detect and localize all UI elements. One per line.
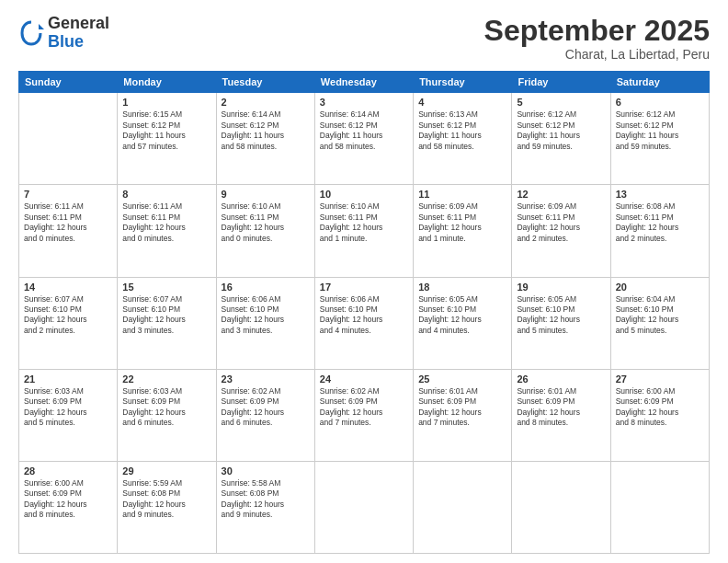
col-friday: Friday xyxy=(512,72,610,93)
day-number: 23 xyxy=(222,373,310,385)
day-info: Sunrise: 6:01 AM Sunset: 6:09 PM Dayligh… xyxy=(517,386,605,429)
day-number: 9 xyxy=(222,189,310,200)
day-number: 11 xyxy=(418,189,506,200)
calendar-week-row: 7Sunrise: 6:11 AM Sunset: 6:11 PM Daylig… xyxy=(19,185,710,277)
calendar-week-row: 21Sunrise: 6:03 AM Sunset: 6:09 PM Dayli… xyxy=(19,369,710,461)
day-info: Sunrise: 6:09 AM Sunset: 6:11 PM Dayligh… xyxy=(418,201,506,244)
table-row: 29Sunrise: 5:59 AM Sunset: 6:08 PM Dayli… xyxy=(118,461,216,553)
table-row: 17Sunrise: 6:06 AM Sunset: 6:10 PM Dayli… xyxy=(314,277,413,369)
day-number: 4 xyxy=(418,97,506,108)
day-info: Sunrise: 5:58 AM Sunset: 6:08 PM Dayligh… xyxy=(222,478,310,521)
day-number: 18 xyxy=(418,282,506,293)
day-info: Sunrise: 6:05 AM Sunset: 6:10 PM Dayligh… xyxy=(418,294,506,337)
table-row: 15Sunrise: 6:07 AM Sunset: 6:10 PM Dayli… xyxy=(118,277,216,369)
table-row: 25Sunrise: 6:01 AM Sunset: 6:09 PM Dayli… xyxy=(414,369,512,461)
table-row xyxy=(314,461,413,553)
day-info: Sunrise: 6:03 AM Sunset: 6:09 PM Dayligh… xyxy=(24,386,112,429)
table-row: 12Sunrise: 6:09 AM Sunset: 6:11 PM Dayli… xyxy=(512,185,610,277)
col-monday: Monday xyxy=(118,72,216,93)
logo-icon xyxy=(18,20,44,46)
logo-general-text: General xyxy=(48,15,109,33)
day-info: Sunrise: 6:01 AM Sunset: 6:09 PM Dayligh… xyxy=(418,386,506,429)
table-row: 24Sunrise: 6:02 AM Sunset: 6:09 PM Dayli… xyxy=(314,369,413,461)
svg-marker-0 xyxy=(39,24,44,29)
day-number: 21 xyxy=(24,373,112,385)
table-row: 9Sunrise: 6:10 AM Sunset: 6:11 PM Daylig… xyxy=(216,185,314,277)
day-info: Sunrise: 6:07 AM Sunset: 6:10 PM Dayligh… xyxy=(24,294,112,337)
table-row: 28Sunrise: 6:00 AM Sunset: 6:09 PM Dayli… xyxy=(19,461,118,553)
day-info: Sunrise: 6:14 AM Sunset: 6:12 PM Dayligh… xyxy=(222,109,310,152)
day-info: Sunrise: 6:10 AM Sunset: 6:11 PM Dayligh… xyxy=(320,201,408,244)
day-info: Sunrise: 6:04 AM Sunset: 6:10 PM Dayligh… xyxy=(616,294,704,337)
calendar-header-row: Sunday Monday Tuesday Wednesday Thursday… xyxy=(19,72,710,93)
table-row: 11Sunrise: 6:09 AM Sunset: 6:11 PM Dayli… xyxy=(414,185,512,277)
table-row: 2Sunrise: 6:14 AM Sunset: 6:12 PM Daylig… xyxy=(216,93,314,185)
day-number: 24 xyxy=(320,373,408,385)
table-row xyxy=(512,461,610,553)
day-info: Sunrise: 6:00 AM Sunset: 6:09 PM Dayligh… xyxy=(616,386,704,429)
table-row: 6Sunrise: 6:12 AM Sunset: 6:12 PM Daylig… xyxy=(610,93,709,185)
day-number: 3 xyxy=(320,97,408,108)
day-info: Sunrise: 6:08 AM Sunset: 6:11 PM Dayligh… xyxy=(616,201,704,244)
calendar-subtitle: Charat, La Libertad, Peru xyxy=(484,47,710,62)
table-row: 13Sunrise: 6:08 AM Sunset: 6:11 PM Dayli… xyxy=(610,185,709,277)
day-info: Sunrise: 6:10 AM Sunset: 6:11 PM Dayligh… xyxy=(222,201,310,244)
col-thursday: Thursday xyxy=(414,72,512,93)
table-row xyxy=(19,93,118,185)
table-row: 23Sunrise: 6:02 AM Sunset: 6:09 PM Dayli… xyxy=(216,369,314,461)
day-number: 8 xyxy=(122,189,210,200)
day-number: 26 xyxy=(517,373,605,385)
day-number: 13 xyxy=(616,189,704,200)
day-info: Sunrise: 6:06 AM Sunset: 6:10 PM Dayligh… xyxy=(222,294,310,337)
day-info: Sunrise: 6:02 AM Sunset: 6:09 PM Dayligh… xyxy=(222,386,310,429)
day-number: 1 xyxy=(122,97,210,108)
table-row: 22Sunrise: 6:03 AM Sunset: 6:09 PM Dayli… xyxy=(118,369,216,461)
table-row: 5Sunrise: 6:12 AM Sunset: 6:12 PM Daylig… xyxy=(512,93,610,185)
calendar-table: Sunday Monday Tuesday Wednesday Thursday… xyxy=(18,71,710,554)
day-info: Sunrise: 6:11 AM Sunset: 6:11 PM Dayligh… xyxy=(122,201,210,244)
day-number: 17 xyxy=(320,282,408,293)
day-number: 2 xyxy=(222,97,310,108)
day-info: Sunrise: 6:07 AM Sunset: 6:10 PM Dayligh… xyxy=(122,294,210,337)
day-info: Sunrise: 5:59 AM Sunset: 6:08 PM Dayligh… xyxy=(122,478,210,521)
day-info: Sunrise: 6:14 AM Sunset: 6:12 PM Dayligh… xyxy=(320,109,408,152)
day-info: Sunrise: 6:11 AM Sunset: 6:11 PM Dayligh… xyxy=(24,201,112,244)
table-row xyxy=(414,461,512,553)
table-row: 19Sunrise: 6:05 AM Sunset: 6:10 PM Dayli… xyxy=(512,277,610,369)
day-info: Sunrise: 6:12 AM Sunset: 6:12 PM Dayligh… xyxy=(616,109,704,152)
table-row: 7Sunrise: 6:11 AM Sunset: 6:11 PM Daylig… xyxy=(19,185,118,277)
table-row: 27Sunrise: 6:00 AM Sunset: 6:09 PM Dayli… xyxy=(610,369,709,461)
day-info: Sunrise: 6:05 AM Sunset: 6:10 PM Dayligh… xyxy=(517,294,605,337)
title-block: September 2025 Charat, La Libertad, Peru xyxy=(484,15,710,62)
table-row: 14Sunrise: 6:07 AM Sunset: 6:10 PM Dayli… xyxy=(19,277,118,369)
table-row: 16Sunrise: 6:06 AM Sunset: 6:10 PM Dayli… xyxy=(216,277,314,369)
day-number: 27 xyxy=(616,373,704,385)
day-number: 14 xyxy=(24,282,112,293)
day-number: 6 xyxy=(616,97,704,108)
table-row: 8Sunrise: 6:11 AM Sunset: 6:11 PM Daylig… xyxy=(118,185,216,277)
calendar-week-row: 14Sunrise: 6:07 AM Sunset: 6:10 PM Dayli… xyxy=(19,277,710,369)
table-row: 21Sunrise: 6:03 AM Sunset: 6:09 PM Dayli… xyxy=(19,369,118,461)
col-saturday: Saturday xyxy=(610,72,709,93)
day-number: 10 xyxy=(320,189,408,200)
day-number: 5 xyxy=(517,97,605,108)
table-row: 26Sunrise: 6:01 AM Sunset: 6:09 PM Dayli… xyxy=(512,369,610,461)
col-tuesday: Tuesday xyxy=(216,72,314,93)
table-row: 18Sunrise: 6:05 AM Sunset: 6:10 PM Dayli… xyxy=(414,277,512,369)
table-row: 30Sunrise: 5:58 AM Sunset: 6:08 PM Dayli… xyxy=(216,461,314,553)
table-row: 3Sunrise: 6:14 AM Sunset: 6:12 PM Daylig… xyxy=(314,93,413,185)
logo-blue-text: Blue xyxy=(48,33,109,52)
table-row: 1Sunrise: 6:15 AM Sunset: 6:12 PM Daylig… xyxy=(118,93,216,185)
day-info: Sunrise: 6:09 AM Sunset: 6:11 PM Dayligh… xyxy=(517,201,605,244)
table-row: 20Sunrise: 6:04 AM Sunset: 6:10 PM Dayli… xyxy=(610,277,709,369)
day-number: 25 xyxy=(418,373,506,385)
day-number: 15 xyxy=(122,282,210,293)
day-number: 30 xyxy=(222,465,310,477)
calendar-week-row: 1Sunrise: 6:15 AM Sunset: 6:12 PM Daylig… xyxy=(19,93,710,185)
calendar-title: September 2025 xyxy=(484,15,710,47)
day-info: Sunrise: 6:03 AM Sunset: 6:09 PM Dayligh… xyxy=(122,386,210,429)
col-sunday: Sunday xyxy=(19,72,118,93)
day-number: 19 xyxy=(517,282,605,293)
day-info: Sunrise: 6:02 AM Sunset: 6:09 PM Dayligh… xyxy=(320,386,408,429)
day-info: Sunrise: 6:13 AM Sunset: 6:12 PM Dayligh… xyxy=(418,109,506,152)
